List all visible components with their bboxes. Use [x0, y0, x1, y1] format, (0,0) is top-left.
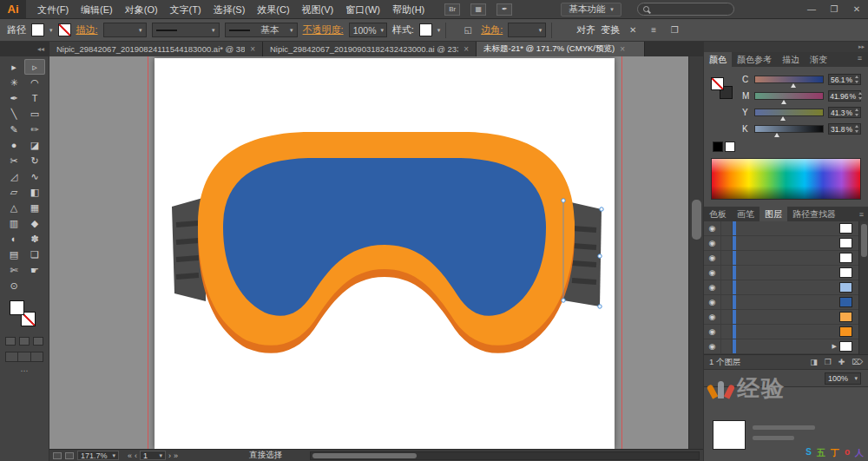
panel-tab-swatches[interactable]: 色板: [704, 207, 732, 221]
lock-cell[interactable]: [721, 295, 733, 309]
perspective-grid-tool[interactable]: △: [3, 200, 24, 215]
first-artboard-button[interactable]: «: [128, 451, 132, 460]
scrollbar-thumb[interactable]: [312, 453, 417, 458]
color-button[interactable]: [5, 337, 16, 346]
layer-row[interactable]: ◉: [704, 280, 868, 295]
fill-none-swatch[interactable]: [711, 77, 724, 90]
stroke-weight-select[interactable]: ▾: [103, 23, 147, 37]
layer-row[interactable]: ◉: [704, 266, 868, 280]
zoom-level-select[interactable]: 171.7% ▾: [77, 451, 119, 460]
fill-color-swatch[interactable]: [31, 23, 44, 36]
menu-select[interactable]: 选择(S): [207, 0, 252, 19]
eraser-tool[interactable]: ◪: [24, 137, 45, 153]
mesh-tool[interactable]: ▦: [24, 200, 45, 215]
artboard-number-select[interactable]: 1 ▾: [140, 451, 166, 460]
layer-thumbnail[interactable]: [839, 253, 852, 263]
layer-thumbnail[interactable]: [839, 223, 852, 234]
layer-row[interactable]: ◉: [704, 325, 868, 339]
type-tool[interactable]: T: [24, 90, 45, 106]
next-artboard-button[interactable]: ›: [168, 451, 171, 460]
style-dropdown-icon[interactable]: ▾: [437, 27, 441, 34]
canvas-horizontal-scrollbar[interactable]: [310, 451, 700, 460]
artboard-tool[interactable]: ❏: [24, 247, 45, 262]
tools-collapse-button[interactable]: ◂◂: [0, 42, 49, 56]
panel-tab-layers[interactable]: 图层: [760, 207, 787, 221]
bridge-icon[interactable]: Br: [444, 3, 460, 16]
menu-effect[interactable]: 效果(C): [251, 0, 295, 19]
rotate-tool[interactable]: ↻: [24, 153, 45, 168]
tab-close-icon[interactable]: ×: [620, 44, 625, 54]
document-tab[interactable]: Nipic_29842067_20190903182432423000.ai @…: [263, 42, 477, 56]
lasso-tool[interactable]: ◠: [24, 75, 45, 90]
eyedropper-tool[interactable]: ◆: [24, 215, 45, 231]
corner-panel-link[interactable]: 边角:: [481, 23, 503, 36]
tab-close-icon[interactable]: ×: [250, 44, 255, 54]
menu-edit[interactable]: 编辑(E): [75, 0, 119, 19]
layer-row[interactable]: ◉: [704, 251, 868, 266]
goggles-artwork[interactable]: [49, 56, 688, 449]
layer-thumbnail[interactable]: [839, 282, 852, 293]
shape-builder-tool[interactable]: ◧: [24, 184, 45, 200]
visibility-toggle-icon[interactable]: ◉: [704, 236, 721, 250]
gradient-button[interactable]: [19, 337, 30, 346]
transform-panel-button[interactable]: 变换: [601, 23, 620, 36]
spinner-icon[interactable]: [855, 109, 858, 116]
blob-brush-tool[interactable]: ●: [3, 137, 24, 153]
brush-definition-select[interactable]: 基本▾: [225, 23, 298, 37]
lock-cell[interactable]: [721, 221, 733, 235]
status-icon[interactable]: [53, 452, 62, 459]
lock-cell[interactable]: [721, 251, 733, 265]
scrollbar-thumb[interactable]: [861, 224, 867, 257]
spinner-icon[interactable]: [855, 125, 858, 133]
lock-cell[interactable]: [721, 236, 733, 250]
channel-slider[interactable]: [754, 92, 824, 100]
visibility-toggle-icon[interactable]: ◉: [704, 310, 721, 324]
panel-tab[interactable]: 颜色: [704, 52, 732, 67]
screen-mode-button[interactable]: ⋯: [0, 366, 49, 375]
fill-stroke-indicator[interactable]: [711, 77, 737, 103]
menu-window[interactable]: 窗口(W): [339, 0, 386, 19]
channel-slider[interactable]: [754, 76, 824, 83]
layer-thumbnail[interactable]: [839, 267, 852, 278]
prev-artboard-button[interactable]: ‹: [135, 451, 137, 460]
panel-tab-brushes[interactable]: 画笔: [732, 207, 760, 221]
color-spectrum[interactable]: [711, 158, 861, 200]
dock-collapse-button[interactable]: ▸▸: [704, 42, 868, 52]
document-setup-icon[interactable]: ❐: [667, 23, 682, 37]
menu-type[interactable]: 文字(T): [164, 0, 207, 19]
menu-view[interactable]: 视图(V): [296, 0, 340, 19]
layer-thumbnail[interactable]: [839, 312, 852, 322]
width-tool[interactable]: ∿: [24, 168, 45, 184]
arrange-documents-icon[interactable]: ▦: [470, 3, 486, 16]
drawing-mode-buttons[interactable]: [5, 352, 43, 362]
channel-slider[interactable]: [754, 125, 824, 133]
menu-help[interactable]: 帮助(H): [386, 0, 431, 19]
expand-icon[interactable]: ▶: [832, 343, 837, 350]
panel-menu-icon[interactable]: ≡: [853, 54, 866, 63]
gradient-tool[interactable]: ▥: [3, 215, 24, 231]
slider-thumb[interactable]: [780, 116, 786, 121]
isolate-icon[interactable]: ✕: [625, 23, 641, 37]
blend-tool[interactable]: ◐: [3, 231, 24, 247]
lock-cell[interactable]: [721, 310, 733, 324]
goggle-lens[interactable]: [223, 158, 546, 316]
lock-cell[interactable]: [721, 280, 733, 294]
visibility-toggle-icon[interactable]: ◉: [704, 295, 721, 309]
symbol-sprayer-tool[interactable]: ✽: [24, 231, 45, 247]
new-sublayer-icon[interactable]: ❐: [825, 358, 832, 366]
hand-tool[interactable]: ☛: [24, 262, 45, 278]
layer-row[interactable]: ◉ ▶: [704, 339, 868, 354]
opacity-panel-link[interactable]: 不透明度:: [303, 23, 344, 36]
panel-tab[interactable]: 渐变: [805, 52, 832, 67]
column-graph-tool[interactable]: ▤: [3, 247, 24, 262]
slice-tool[interactable]: ✄: [3, 262, 24, 278]
status-icon[interactable]: [65, 452, 74, 459]
visibility-toggle-icon[interactable]: ◉: [704, 266, 721, 280]
layer-row[interactable]: ◉: [704, 295, 868, 310]
zoom-tool[interactable]: ⊙: [3, 278, 24, 293]
empty-slot[interactable]: [24, 278, 45, 293]
channel-value-field[interactable]: 41.96%: [828, 90, 861, 102]
none-button[interactable]: [33, 337, 43, 346]
opacity-select[interactable]: 100%▾: [349, 23, 387, 37]
minimize-button[interactable]: —: [800, 0, 823, 19]
